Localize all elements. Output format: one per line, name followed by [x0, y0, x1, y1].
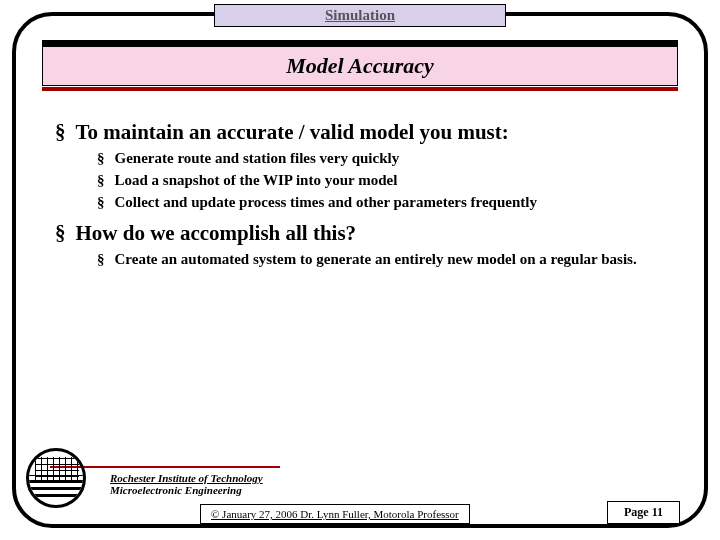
bullet-icon: §	[55, 221, 66, 246]
bullet-icon: §	[97, 149, 105, 168]
title-body: Model Accuracy	[42, 46, 678, 86]
title-block: Model Accuracy	[42, 40, 678, 91]
header-label: Simulation	[214, 4, 506, 27]
rit-logo-icon	[26, 448, 96, 510]
bullet-text: Generate route and station files very qu…	[115, 149, 671, 168]
page-number-box: Page 11	[607, 501, 680, 524]
slide-title: Model Accuracy	[286, 53, 434, 78]
bullet-icon: §	[97, 171, 105, 190]
bullet-icon: §	[97, 193, 105, 212]
bullet-icon: §	[97, 250, 105, 269]
content-area: § To maintain an accurate / valid model …	[55, 110, 670, 272]
title-rule-bottom	[42, 87, 678, 91]
bullet-text: How do we accomplish all this?	[76, 221, 671, 246]
bullet-text: To maintain an accurate / valid model yo…	[76, 120, 671, 145]
bullet-text: Load a snapshot of the WIP into your mod…	[115, 171, 671, 190]
footer-block: Rochester Institute of Technology Microe…	[110, 472, 263, 496]
bullet-text: Create an automated system to generate a…	[115, 250, 671, 269]
department-name: Microelectronic Engineering	[110, 484, 263, 496]
bullet-level2: § Generate route and station files very …	[97, 149, 670, 168]
bullet-level1: § To maintain an accurate / valid model …	[55, 120, 670, 145]
copyright-box: © January 27, 2006 Dr. Lynn Fuller, Moto…	[200, 504, 470, 524]
bullet-level1: § How do we accomplish all this?	[55, 221, 670, 246]
bullet-icon: §	[55, 120, 66, 145]
bullet-level2: § Create an automated system to generate…	[97, 250, 670, 269]
bullet-text: Collect and update process times and oth…	[115, 193, 671, 212]
institution-name: Rochester Institute of Technology	[110, 472, 263, 484]
bullet-level2: § Load a snapshot of the WIP into your m…	[97, 171, 670, 190]
bullet-level2: § Collect and update process times and o…	[97, 193, 670, 212]
